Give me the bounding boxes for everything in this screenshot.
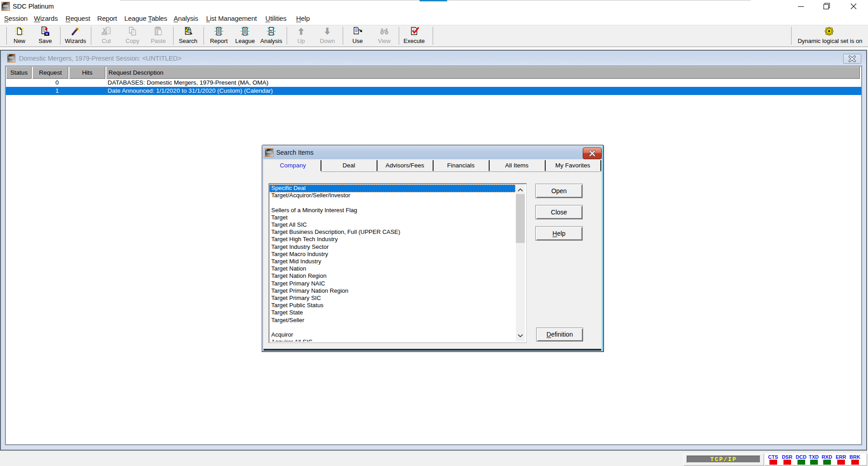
svg-text:Σ: Σ xyxy=(269,29,273,34)
